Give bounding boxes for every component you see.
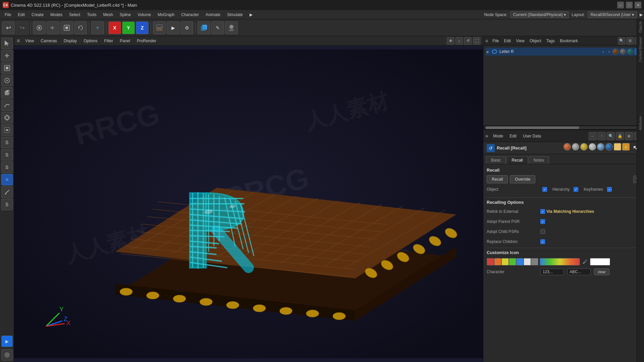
viewport-content[interactable]: RRCG RRCG RRCG 人人素材 人人素材 xyxy=(14,46,483,362)
object-row-letterr[interactable]: ▶ Letter R ⬦ ⬦ ↺ xyxy=(485,48,642,56)
menu-tools[interactable]: Tools xyxy=(84,11,100,18)
obj-menu-hamburger[interactable]: ≡ xyxy=(485,38,488,44)
recall-button[interactable]: Recall xyxy=(487,175,508,183)
object-checkbox[interactable] xyxy=(542,187,547,192)
vp-tool-zoom[interactable]: ↕ xyxy=(455,37,463,45)
attr-mat-7[interactable]: ▲ xyxy=(614,143,621,150)
attr-pin-icon[interactable]: ⊕ xyxy=(625,132,633,140)
layout-arrow[interactable]: ▶ xyxy=(640,12,643,17)
menu-spline[interactable]: Spline xyxy=(116,11,134,18)
obj-menu-edit[interactable]: Edit xyxy=(502,38,513,44)
obj-menu-object[interactable]: Object xyxy=(528,38,543,44)
attributes-edge-tab[interactable]: Attributes xyxy=(638,130,643,132)
sidebar-rotate-btn[interactable] xyxy=(1,75,13,86)
material-tag-1[interactable] xyxy=(612,49,619,55)
add-object-button[interactable]: + xyxy=(91,21,104,34)
redo-button[interactable]: ↪ xyxy=(16,21,29,34)
attr-lock-icon[interactable]: 🔒 xyxy=(616,132,624,140)
sidebar-polygon-btn[interactable] xyxy=(1,174,13,185)
attr-back-icon[interactable]: ← xyxy=(589,132,597,140)
obj-menu-bookmark[interactable]: Bookmark xyxy=(558,38,580,44)
gradient-bar[interactable] xyxy=(540,258,580,265)
content-browser-edge-tab[interactable]: Content Browser xyxy=(638,35,643,64)
attr-mat-1[interactable] xyxy=(564,143,571,150)
menu-create[interactable]: Create xyxy=(28,11,47,18)
sidebar-knife-btn[interactable] xyxy=(1,186,13,198)
character-clear-btn[interactable]: clear xyxy=(594,268,609,275)
coord-system-button[interactable] xyxy=(153,21,166,34)
obj-vis-icon[interactable]: ⬦ xyxy=(600,49,606,54)
color-red[interactable] xyxy=(487,258,494,265)
attr-mat-3[interactable] xyxy=(580,143,588,150)
close-button[interactable]: ✕ xyxy=(635,2,641,8)
vp-tool-move[interactable]: ⊕ xyxy=(447,37,454,45)
object-mode-button[interactable] xyxy=(225,21,238,34)
sidebar-camera-btn[interactable]: S xyxy=(1,149,13,161)
menu-modes[interactable]: Modes xyxy=(47,11,66,18)
attr-mat-5[interactable] xyxy=(597,143,604,150)
menu-mesh[interactable]: Mesh xyxy=(100,11,116,18)
sidebar-play-btn[interactable]: ▶ xyxy=(1,336,13,347)
adopt-parent-checkbox[interactable] xyxy=(540,219,545,224)
menu-simulate[interactable]: Simulate xyxy=(224,11,246,18)
attr-mat-2[interactable] xyxy=(572,143,579,150)
axis-y-button[interactable]: Y xyxy=(122,21,135,34)
color-green[interactable] xyxy=(509,258,516,265)
menu-edit[interactable]: Edit xyxy=(14,11,28,18)
axis-x-button[interactable]: X xyxy=(108,21,121,34)
sidebar-select-btn[interactable] xyxy=(1,38,13,49)
relink-checkbox[interactable] xyxy=(540,209,545,214)
layout-dropdown[interactable]: Recall30Second (User ▾ xyxy=(588,11,637,18)
keyframes-checkbox[interactable] xyxy=(607,187,612,192)
obj-filter-icon[interactable]: ⊞ xyxy=(626,37,634,45)
pick-color-icon[interactable]: 🖋 xyxy=(581,258,589,265)
sidebar-material-btn[interactable]: S xyxy=(1,162,13,173)
vp-menu-display[interactable]: Display xyxy=(61,38,79,44)
move-tool-button[interactable]: ✛ xyxy=(47,21,59,34)
sidebar-deformer-btn[interactable] xyxy=(1,124,13,136)
objects-edge-tab[interactable]: Objects xyxy=(638,19,643,35)
vp-menu-prorender[interactable]: ProRender xyxy=(134,38,159,44)
vp-menu-options[interactable]: Options xyxy=(81,38,100,44)
attr-hamburger[interactable]: ≡ xyxy=(485,133,488,139)
replace-children-checkbox[interactable] xyxy=(540,239,545,244)
material-tag-3[interactable] xyxy=(627,49,633,55)
attr-menu-userdata[interactable]: User Data xyxy=(520,133,544,139)
vp-menu-panel[interactable]: Panel xyxy=(117,38,133,44)
vp-menu-view[interactable]: View xyxy=(22,38,37,44)
menu-animate[interactable]: Animate xyxy=(202,11,224,18)
menu-character[interactable]: Character xyxy=(178,11,202,18)
sidebar-spline-btn[interactable] xyxy=(1,100,13,111)
attr-menu-mode[interactable]: Mode xyxy=(490,133,506,139)
vp-menu-filter[interactable]: Filter xyxy=(102,38,116,44)
paint-mode-button[interactable]: ✎ xyxy=(211,21,224,34)
material-tag-2[interactable] xyxy=(620,49,626,55)
sidebar-move-btn[interactable]: ✛ xyxy=(1,50,13,61)
color-gray[interactable] xyxy=(531,258,538,265)
color-white[interactable] xyxy=(524,258,531,265)
menu-volume[interactable]: Volume xyxy=(134,11,154,18)
select-tool-button[interactable] xyxy=(33,21,46,34)
abc-input[interactable] xyxy=(567,268,591,275)
attr-menu-edit[interactable]: Edit xyxy=(507,133,519,139)
color-yellow[interactable] xyxy=(501,258,509,265)
maximize-button[interactable]: □ xyxy=(626,2,633,8)
vp-menu-hamburger[interactable]: ≡ xyxy=(17,38,20,44)
override-button[interactable]: Override xyxy=(510,175,535,183)
attr-up-icon[interactable]: ↑ xyxy=(598,132,606,140)
sidebar-light-btn[interactable]: S xyxy=(1,137,13,148)
tab-recall[interactable]: Recall xyxy=(506,156,528,164)
axis-z-button[interactable]: Z xyxy=(136,21,149,34)
vp-tool-orbit[interactable]: ↺ xyxy=(464,37,472,45)
tab-notes[interactable]: Notes xyxy=(529,156,549,164)
rotate-tool-button[interactable] xyxy=(74,21,87,34)
menu-mograph[interactable]: MoGraph xyxy=(154,11,178,18)
sidebar-cube-btn[interactable] xyxy=(1,87,13,99)
vp-tool-fullscreen[interactable]: ⛶ xyxy=(473,37,480,45)
obj-menu-tags[interactable]: Tags xyxy=(544,38,557,44)
attr-mat-8[interactable]: ▲ xyxy=(622,143,630,150)
render-button[interactable]: ▶ xyxy=(167,21,179,34)
white-box-swatch[interactable] xyxy=(590,258,610,265)
obj-menu-view[interactable]: View xyxy=(514,38,527,44)
obj-menu-file[interactable]: File xyxy=(490,38,501,44)
